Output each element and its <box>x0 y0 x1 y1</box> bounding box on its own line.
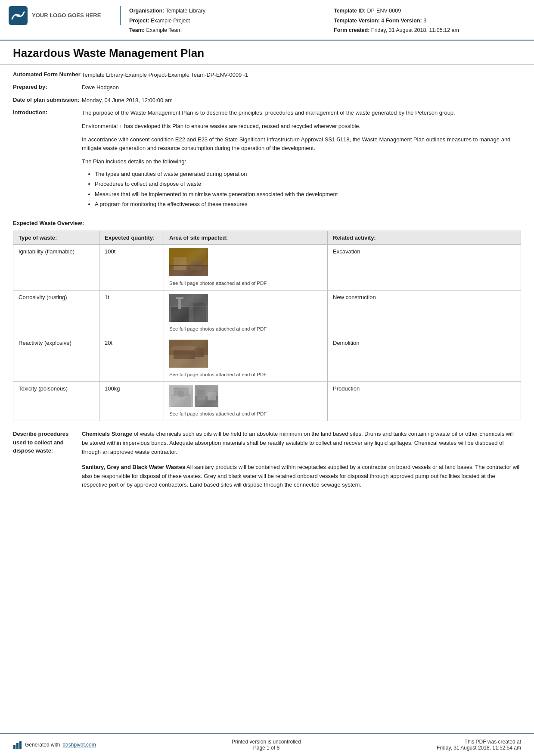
logo-text: YOUR LOGO GOES HERE <box>32 12 101 19</box>
site-image-pair <box>169 385 218 407</box>
team-value: Example Team <box>146 27 181 33</box>
template-id-label: Template ID: <box>334 8 366 14</box>
col-type: Type of waste: <box>13 231 99 244</box>
waste-area-3: See full page photos attached at end of … <box>164 336 328 382</box>
svg-marker-16 <box>169 346 199 350</box>
intro-para-4: The Plan includes details on the followi… <box>82 157 521 166</box>
intro-para-1: The purpose of the Waste Management Plan… <box>82 109 521 118</box>
waste-overview-heading: Expected Waste Overview: <box>13 220 521 226</box>
main-content: Automated Form Number Template Library-E… <box>0 71 534 531</box>
bullet-list: The types and quantities of waste genera… <box>95 170 521 209</box>
prepared-by-label: Prepared by: <box>13 83 82 90</box>
page-header: YOUR LOGO GOES HERE Organisation: Templa… <box>0 0 534 41</box>
waste-area-2: See full page photos attached at end of … <box>164 291 328 336</box>
svg-rect-17 <box>195 348 204 357</box>
page-footer: Generated with dashpivot.com Printed ver… <box>0 733 534 756</box>
col-area: Area of site impacted: <box>164 231 328 244</box>
svg-rect-27 <box>16 743 19 749</box>
header-col-left: Organisation: Template Library Project: … <box>129 6 317 35</box>
footer-print-text: Printed version is uncontrolled <box>232 739 301 745</box>
footer-right: This PDF was created at Friday, 31 Augus… <box>437 739 521 751</box>
form-version-label: Form Version: <box>386 18 422 24</box>
waste-activity-1: Excavation <box>328 244 521 290</box>
svg-rect-12 <box>176 297 183 299</box>
dashpivot-icon <box>13 740 22 750</box>
svg-rect-9 <box>193 303 206 322</box>
col-quantity: Expected quantity: <box>99 231 164 244</box>
waste-area-img-cell-1: See full page photos attached at end of … <box>169 248 322 287</box>
team-label: Team: <box>129 27 145 33</box>
form-created-value: Friday, 31 August 2018, 11:05:12 am <box>371 27 459 33</box>
site-image-excavation <box>169 248 208 276</box>
project-label: Project: <box>129 18 149 24</box>
svg-rect-24 <box>197 390 205 400</box>
date-of-plan-value: Monday, 04 June 2018, 12:00:00 am <box>82 96 521 105</box>
bullet-item-1: The types and quantities of waste genera… <box>95 170 521 178</box>
chem-storage-bold: Chemicals Storage <box>82 431 132 437</box>
logo-icon <box>9 6 28 25</box>
footer-pdf-date: Friday, 31 August 2018, 11:52:54 am <box>437 745 521 751</box>
prepared-by-row: Prepared by: Dave Hodgson <box>13 83 521 92</box>
site-image-demolition <box>169 340 208 368</box>
date-of-plan-label: Date of plan submission: <box>13 96 82 103</box>
waste-activity-4: Production <box>328 382 521 421</box>
procedures-label: Describe procedures used to collect and … <box>13 430 82 496</box>
col-activity: Related activity: <box>328 231 521 244</box>
waste-area-caption-4: See full page photos attached at end of … <box>169 410 267 417</box>
date-of-plan-row: Date of plan submission: Monday, 04 June… <box>13 96 521 105</box>
waste-area-img-cell-4: See full page photos attached at end of … <box>169 385 322 417</box>
introduction-row: Introduction: The purpose of the Waste M… <box>13 109 521 212</box>
bullet-item-4: A program for monitoring the effectivene… <box>95 200 521 209</box>
svg-rect-26 <box>13 745 16 749</box>
waste-type-1: Ignitability (flammable) <box>13 244 99 290</box>
footer-page-text: Page 1 of 8 <box>232 745 301 751</box>
site-image-construction <box>169 294 208 322</box>
waste-qty-3: 20t <box>99 336 164 382</box>
project-value: Example Project <box>151 18 190 24</box>
svg-rect-25 <box>208 392 216 400</box>
template-id-value: DP-ENV-0009 <box>367 8 401 14</box>
org-value: Template Library <box>166 8 205 14</box>
header-meta: Organisation: Template Library Project: … <box>129 6 521 35</box>
waste-area-caption-3: See full page photos attached at end of … <box>169 371 267 378</box>
procedures-para-2: Sanitary, Grey and Black Water Wastes Al… <box>82 463 521 490</box>
sanitary-bold: Sanitary, Grey and Black Water Wastes <box>82 464 185 470</box>
table-row: Corrosivity (rusting) 1t <box>13 291 521 336</box>
waste-activity-2: New construction <box>328 291 521 336</box>
footer-generated-text: Generated with <box>25 742 60 748</box>
bullet-item-2: Procedures to collect and dispose of was… <box>95 180 521 188</box>
site-image-production-2 <box>195 385 218 407</box>
svg-point-1 <box>16 14 20 17</box>
waste-qty-1: 100t <box>99 244 164 290</box>
template-version-label: Template Version: <box>334 18 380 24</box>
svg-rect-8 <box>171 307 189 322</box>
waste-qty-4: 100kg <box>99 382 164 421</box>
waste-area-img-cell-2: See full page photos attached at end of … <box>169 294 322 332</box>
svg-rect-11 <box>178 298 181 309</box>
footer-center: Printed version is uncontrolled Page 1 o… <box>232 739 301 751</box>
footer-generated: Generated with dashpivot.com <box>13 740 96 750</box>
procedures-content: Chemicals Storage of waste chemicals suc… <box>82 430 521 496</box>
waste-area-1: See full page photos attached at end of … <box>164 244 328 290</box>
waste-qty-2: 1t <box>99 291 164 336</box>
svg-rect-28 <box>19 741 22 749</box>
footer-link[interactable]: dashpivot.com <box>62 742 96 748</box>
waste-area-4: See full page photos attached at end of … <box>164 382 328 421</box>
chem-storage-text: of waste chemicals such as oils will be … <box>82 431 514 455</box>
table-row: Reactivity (explosive) 20t <box>13 336 521 382</box>
footer-pdf-text: This PDF was created at <box>437 739 521 745</box>
header-col-right: Template ID: DP-ENV-0009 Template Versio… <box>334 6 521 35</box>
table-row: Toxicity (poisonous) 100kg <box>13 382 521 421</box>
intro-para-3: In accordance with consent condition E22… <box>82 135 521 153</box>
svg-point-21 <box>177 390 184 397</box>
procedures-section: Describe procedures used to collect and … <box>13 430 521 496</box>
page-title: Hazardous Waste Management Plan <box>0 41 534 65</box>
form-number-label: Automated Form Number <box>13 71 82 78</box>
waste-activity-3: Demolition <box>328 336 521 382</box>
waste-table: Type of waste: Expected quantity: Area o… <box>13 231 521 421</box>
waste-area-img-cell-3: See full page photos attached at end of … <box>169 340 322 378</box>
procedures-para-1: Chemicals Storage of waste chemicals suc… <box>82 430 521 456</box>
logo-area: YOUR LOGO GOES HERE <box>9 6 121 25</box>
bullet-item-3: Measures that will be implemented to min… <box>95 190 521 199</box>
org-label: Organisation: <box>129 8 164 14</box>
